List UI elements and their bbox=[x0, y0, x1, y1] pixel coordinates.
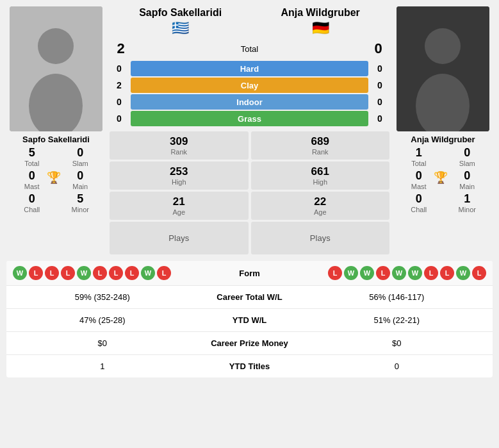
center-info-panels: 309 Rank 253 High 21 Age Plays bbox=[110, 131, 389, 254]
right-age-val: 22 bbox=[254, 195, 388, 208]
left-info-panels: 309 Rank 253 High 21 Age Plays bbox=[110, 131, 249, 254]
ytd-titles-right: 0 bbox=[307, 361, 487, 371]
left-player-photo bbox=[10, 6, 102, 131]
form-center-label: Form bbox=[205, 269, 295, 278]
career-total-label: Career Total W/L bbox=[192, 292, 307, 302]
svg-point-4 bbox=[425, 28, 461, 64]
hard-score-right: 0 bbox=[370, 63, 389, 74]
right-flag: 🇩🇪 bbox=[281, 20, 359, 37]
ytd-wl-left: 47% (25-28) bbox=[13, 315, 192, 325]
right-high-val: 661 bbox=[254, 165, 388, 178]
total-score-left: 2 bbox=[110, 40, 132, 57]
career-total-right: 56% (146-117) bbox=[307, 292, 487, 302]
right-rank-lbl: Rank bbox=[254, 148, 388, 156]
total-score-right: 0 bbox=[367, 40, 389, 57]
left-plays-panel: Plays bbox=[110, 222, 249, 254]
left-age-val: 21 bbox=[112, 195, 246, 208]
left-high-panel: 253 High bbox=[110, 162, 249, 190]
right-info-panels: 689 Rank 661 High 22 Age Plays bbox=[251, 131, 390, 254]
right-age-panel: 22 Age bbox=[251, 192, 390, 220]
right-player-header: Anja Wildgruber 🇩🇪 bbox=[281, 6, 359, 37]
prize-money-row: $0 Career Prize Money $0 bbox=[6, 332, 493, 355]
left-rank-val: 309 bbox=[112, 135, 246, 148]
header-names-row: Sapfo Sakellaridi 🇬🇷 Anja Wildgruber 🇩🇪 bbox=[110, 6, 389, 37]
right-main-trophy-row: 🏆 0 Main bbox=[445, 169, 490, 190]
form-badge: W bbox=[392, 266, 406, 280]
left-flag: 🇬🇷 bbox=[139, 20, 222, 37]
court-rows: 0 Hard 0 2 Clay 0 0 Indoor 0 bbox=[110, 60, 389, 128]
form-badge: L bbox=[93, 266, 107, 280]
left-plays-lbl: Plays bbox=[112, 233, 246, 243]
top-section: Sapfo Sakellaridi 5 Total 0 Slam 0 Mast bbox=[0, 0, 499, 254]
right-stat-total: 1 Total bbox=[397, 146, 441, 167]
form-badge: L bbox=[125, 266, 139, 280]
form-badge: L bbox=[440, 266, 454, 280]
form-badge: W bbox=[360, 266, 374, 280]
ytd-wl-right: 51% (22-21) bbox=[307, 315, 487, 325]
left-high-lbl: High bbox=[112, 178, 246, 186]
career-total-row: 59% (352-248) Career Total W/L 56% (146-… bbox=[6, 286, 493, 309]
bottom-section: W L L L W L L L W L Form L W W L W W L L bbox=[6, 261, 493, 377]
clay-score-left: 2 bbox=[110, 80, 129, 90]
right-high-lbl: High bbox=[254, 178, 388, 186]
indoor-badge: Indoor bbox=[131, 94, 368, 110]
right-rank-val: 689 bbox=[254, 135, 388, 148]
right-stat-minor: 1 Minor bbox=[445, 192, 490, 213]
ytd-titles-row: 1 YTD Titles 0 bbox=[6, 355, 493, 377]
clay-score-right: 0 bbox=[370, 80, 389, 90]
hard-badge: Hard bbox=[131, 61, 368, 76]
left-high-val: 253 bbox=[112, 165, 246, 178]
right-stat-mast: 0 Mast bbox=[411, 169, 427, 190]
indoor-score-left: 0 bbox=[110, 97, 129, 107]
left-stat-chall: 0 Chall bbox=[10, 192, 54, 213]
right-header-name: Anja Wildgruber bbox=[281, 6, 359, 19]
clay-badge: Clay bbox=[131, 78, 368, 93]
left-age-lbl: Age bbox=[112, 208, 246, 216]
form-badge: W bbox=[77, 266, 91, 280]
form-badge: L bbox=[45, 266, 59, 280]
left-stat-slam: 0 Slam bbox=[58, 146, 103, 167]
right-trophy-icon: 🏆 bbox=[434, 170, 448, 185]
svg-point-1 bbox=[38, 28, 74, 64]
left-stat-main: 0 Main bbox=[72, 169, 88, 190]
form-badge: L bbox=[109, 266, 123, 280]
court-row-indoor: 0 Indoor 0 bbox=[110, 94, 389, 110]
left-player-name: Sapfo Sakellaridi bbox=[10, 135, 102, 144]
ytd-wl-label: YTD W/L bbox=[192, 315, 307, 325]
grass-score-left: 0 bbox=[110, 113, 129, 124]
form-badge: L bbox=[376, 266, 390, 280]
right-form-badges: L W W L W W L L W L bbox=[295, 266, 487, 280]
right-stat-chall: 0 Chall bbox=[397, 192, 441, 213]
form-badge: L bbox=[424, 266, 438, 280]
form-badge: W bbox=[456, 266, 470, 280]
form-badge: W bbox=[13, 266, 27, 280]
left-stat-mast: 0 Mast bbox=[24, 169, 40, 190]
prize-money-right: $0 bbox=[307, 338, 487, 348]
indoor-score-right: 0 bbox=[370, 97, 389, 107]
total-row: 2 Total 0 bbox=[110, 40, 389, 57]
form-row: W L L L W L L L W L Form L W W L W W L L bbox=[6, 261, 493, 286]
left-rank-panel: 309 Rank bbox=[110, 131, 249, 160]
right-player-photo bbox=[397, 6, 489, 131]
form-badge: L bbox=[328, 266, 342, 280]
right-stat-main: 0 Main bbox=[459, 169, 475, 190]
left-player-card: Sapfo Sakellaridi 5 Total 0 Slam 0 Mast bbox=[6, 6, 106, 254]
center-column: Sapfo Sakellaridi 🇬🇷 Anja Wildgruber 🇩🇪 … bbox=[110, 6, 389, 254]
grass-score-right: 0 bbox=[370, 113, 389, 124]
left-header-name: Sapfo Sakellaridi bbox=[139, 6, 222, 19]
career-total-left: 59% (352-248) bbox=[13, 292, 192, 302]
right-player-card: Anja Wildgruber 1 Total 0 Slam 0 Mast bbox=[393, 6, 493, 254]
form-badge: L bbox=[157, 266, 171, 280]
left-main-trophy-row: 🏆 0 Main bbox=[58, 169, 103, 190]
left-form-badges: W L L L W L L L W L bbox=[13, 266, 205, 280]
right-rank-panel: 689 Rank bbox=[251, 131, 390, 160]
right-age-lbl: Age bbox=[254, 208, 388, 216]
form-badge: W bbox=[141, 266, 155, 280]
left-rank-lbl: Rank bbox=[112, 148, 246, 156]
court-row-grass: 0 Grass 0 bbox=[110, 111, 389, 126]
form-badge: W bbox=[344, 266, 358, 280]
court-row-hard: 0 Hard 0 bbox=[110, 61, 389, 76]
right-stat-slam: 0 Slam bbox=[445, 146, 490, 167]
right-high-panel: 661 High bbox=[251, 162, 390, 190]
right-player-name: Anja Wildgruber bbox=[397, 135, 489, 144]
